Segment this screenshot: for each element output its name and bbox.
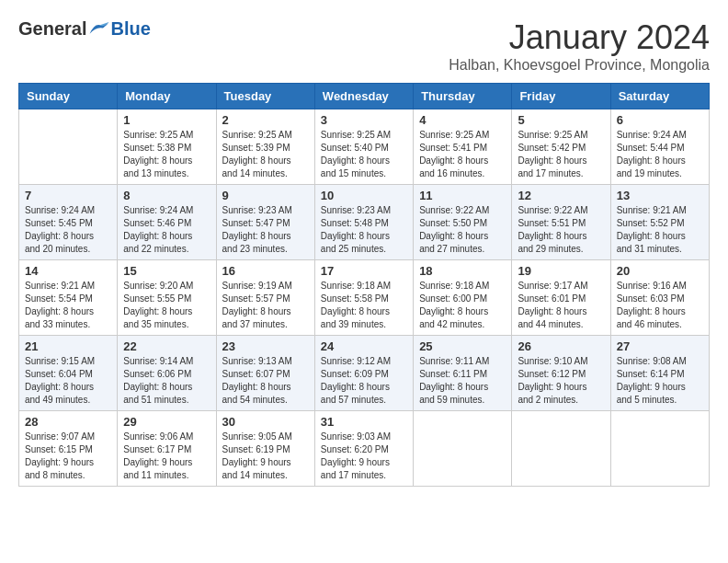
title-section: January 2024 Halban, Khoevsgoel Province… (449, 18, 710, 74)
calendar-cell: 19Sunrise: 9:17 AM Sunset: 6:01 PM Dayli… (512, 260, 610, 336)
calendar-cell: 24Sunrise: 9:12 AM Sunset: 6:09 PM Dayli… (314, 336, 413, 411)
day-number: 26 (518, 339, 604, 353)
day-info: Sunrise: 9:22 AM Sunset: 5:51 PM Dayligh… (518, 204, 604, 256)
day-number: 2 (222, 113, 309, 127)
day-number: 27 (617, 339, 703, 353)
day-info: Sunrise: 9:24 AM Sunset: 5:46 PM Dayligh… (123, 204, 210, 256)
page-header: General Blue January 2024 Halban, Khoevs… (18, 18, 710, 74)
calendar-cell: 4Sunrise: 9:25 AM Sunset: 5:41 PM Daylig… (414, 109, 512, 185)
calendar-week-row: 7Sunrise: 9:24 AM Sunset: 5:45 PM Daylig… (19, 185, 710, 260)
day-info: Sunrise: 9:05 AM Sunset: 6:19 PM Dayligh… (222, 431, 309, 482)
day-info: Sunrise: 9:18 AM Sunset: 5:58 PM Dayligh… (321, 280, 407, 331)
calendar-week-row: 1Sunrise: 9:25 AM Sunset: 5:38 PM Daylig… (19, 109, 710, 185)
calendar-cell: 12Sunrise: 9:22 AM Sunset: 5:51 PM Dayli… (512, 185, 610, 260)
day-number: 25 (419, 339, 506, 353)
day-number: 31 (321, 415, 407, 429)
day-info: Sunrise: 9:12 AM Sunset: 6:09 PM Dayligh… (321, 355, 407, 407)
day-number: 6 (617, 113, 703, 127)
calendar-cell: 20Sunrise: 9:16 AM Sunset: 6:03 PM Dayli… (610, 260, 709, 336)
calendar-table: SundayMondayTuesdayWednesdayThursdayFrid… (18, 83, 710, 487)
calendar-day-header: Thursday (414, 84, 512, 109)
calendar-cell: 31Sunrise: 9:03 AM Sunset: 6:20 PM Dayli… (314, 411, 413, 487)
calendar-day-header: Friday (512, 84, 610, 109)
calendar-cell (610, 411, 709, 487)
day-info: Sunrise: 9:21 AM Sunset: 5:54 PM Dayligh… (25, 280, 111, 331)
calendar-header-row: SundayMondayTuesdayWednesdayThursdayFrid… (19, 84, 710, 109)
day-number: 28 (25, 415, 111, 429)
calendar-cell: 7Sunrise: 9:24 AM Sunset: 5:45 PM Daylig… (19, 185, 118, 260)
day-number: 17 (321, 264, 407, 278)
day-info: Sunrise: 9:10 AM Sunset: 6:12 PM Dayligh… (518, 355, 604, 407)
calendar-cell (512, 411, 610, 487)
day-number: 15 (123, 264, 210, 278)
logo-bird-icon (88, 20, 110, 39)
day-info: Sunrise: 9:20 AM Sunset: 5:55 PM Dayligh… (123, 280, 210, 331)
calendar-cell: 5Sunrise: 9:25 AM Sunset: 5:42 PM Daylig… (512, 109, 610, 185)
calendar-cell: 26Sunrise: 9:10 AM Sunset: 6:12 PM Dayli… (512, 336, 610, 411)
day-info: Sunrise: 9:07 AM Sunset: 6:15 PM Dayligh… (25, 431, 111, 482)
day-info: Sunrise: 9:08 AM Sunset: 6:14 PM Dayligh… (617, 355, 703, 407)
day-info: Sunrise: 9:24 AM Sunset: 5:45 PM Dayligh… (25, 204, 111, 256)
calendar-cell: 23Sunrise: 9:13 AM Sunset: 6:07 PM Dayli… (216, 336, 314, 411)
month-title: January 2024 (449, 18, 710, 57)
day-info: Sunrise: 9:18 AM Sunset: 6:00 PM Dayligh… (419, 280, 506, 331)
day-info: Sunrise: 9:23 AM Sunset: 5:47 PM Dayligh… (222, 204, 309, 256)
day-number: 11 (419, 189, 506, 202)
calendar-cell: 16Sunrise: 9:19 AM Sunset: 5:57 PM Dayli… (216, 260, 314, 336)
day-info: Sunrise: 9:25 AM Sunset: 5:38 PM Dayligh… (123, 129, 210, 180)
calendar-cell: 3Sunrise: 9:25 AM Sunset: 5:40 PM Daylig… (314, 109, 413, 185)
calendar-cell: 25Sunrise: 9:11 AM Sunset: 6:11 PM Dayli… (414, 336, 512, 411)
calendar-cell (19, 109, 118, 185)
calendar-cell: 14Sunrise: 9:21 AM Sunset: 5:54 PM Dayli… (19, 260, 118, 336)
day-info: Sunrise: 9:19 AM Sunset: 5:57 PM Dayligh… (222, 280, 309, 331)
day-number: 5 (518, 113, 604, 127)
calendar-day-header: Saturday (610, 84, 709, 109)
day-info: Sunrise: 9:21 AM Sunset: 5:52 PM Dayligh… (617, 204, 703, 256)
day-number: 1 (123, 113, 210, 127)
calendar-cell: 17Sunrise: 9:18 AM Sunset: 5:58 PM Dayli… (314, 260, 413, 336)
day-number: 29 (123, 415, 210, 429)
calendar-week-row: 28Sunrise: 9:07 AM Sunset: 6:15 PM Dayli… (19, 411, 710, 487)
day-number: 7 (25, 189, 111, 202)
calendar-cell: 1Sunrise: 9:25 AM Sunset: 5:38 PM Daylig… (118, 109, 216, 185)
day-info: Sunrise: 9:25 AM Sunset: 5:41 PM Dayligh… (419, 129, 506, 180)
calendar-cell: 15Sunrise: 9:20 AM Sunset: 5:55 PM Dayli… (118, 260, 216, 336)
day-number: 12 (518, 189, 604, 202)
location-title: Halban, Khoevsgoel Province, Mongolia (449, 57, 710, 74)
day-number: 16 (222, 264, 309, 278)
calendar-cell: 13Sunrise: 9:21 AM Sunset: 5:52 PM Dayli… (610, 185, 709, 260)
calendar-cell: 29Sunrise: 9:06 AM Sunset: 6:17 PM Dayli… (118, 411, 216, 487)
day-info: Sunrise: 9:13 AM Sunset: 6:07 PM Dayligh… (222, 355, 309, 407)
day-number: 10 (321, 189, 407, 202)
day-info: Sunrise: 9:24 AM Sunset: 5:44 PM Dayligh… (617, 129, 703, 180)
day-info: Sunrise: 9:15 AM Sunset: 6:04 PM Dayligh… (25, 355, 111, 407)
logo: General Blue (18, 18, 151, 40)
calendar-cell: 22Sunrise: 9:14 AM Sunset: 6:06 PM Dayli… (118, 336, 216, 411)
calendar-cell (414, 411, 512, 487)
day-info: Sunrise: 9:25 AM Sunset: 5:42 PM Dayligh… (518, 129, 604, 180)
calendar-week-row: 21Sunrise: 9:15 AM Sunset: 6:04 PM Dayli… (19, 336, 710, 411)
day-info: Sunrise: 9:06 AM Sunset: 6:17 PM Dayligh… (123, 431, 210, 482)
day-number: 21 (25, 339, 111, 353)
day-info: Sunrise: 9:22 AM Sunset: 5:50 PM Dayligh… (419, 204, 506, 256)
logo-general-text: General (18, 18, 86, 40)
day-number: 3 (321, 113, 407, 127)
day-info: Sunrise: 9:23 AM Sunset: 5:48 PM Dayligh… (321, 204, 407, 256)
day-number: 24 (321, 339, 407, 353)
calendar-cell: 30Sunrise: 9:05 AM Sunset: 6:19 PM Dayli… (216, 411, 314, 487)
day-info: Sunrise: 9:25 AM Sunset: 5:40 PM Dayligh… (321, 129, 407, 180)
day-number: 8 (123, 189, 210, 202)
day-number: 22 (123, 339, 210, 353)
calendar-week-row: 14Sunrise: 9:21 AM Sunset: 5:54 PM Dayli… (19, 260, 710, 336)
day-number: 30 (222, 415, 309, 429)
logo-blue-text: Blue (110, 18, 150, 40)
calendar-day-header: Sunday (19, 84, 118, 109)
calendar-day-header: Tuesday (216, 84, 314, 109)
calendar-cell: 27Sunrise: 9:08 AM Sunset: 6:14 PM Dayli… (610, 336, 709, 411)
calendar-cell: 8Sunrise: 9:24 AM Sunset: 5:46 PM Daylig… (118, 185, 216, 260)
day-info: Sunrise: 9:03 AM Sunset: 6:20 PM Dayligh… (321, 431, 407, 482)
calendar-cell: 18Sunrise: 9:18 AM Sunset: 6:00 PM Dayli… (414, 260, 512, 336)
calendar-day-header: Wednesday (314, 84, 413, 109)
calendar-cell: 21Sunrise: 9:15 AM Sunset: 6:04 PM Dayli… (19, 336, 118, 411)
day-number: 9 (222, 189, 309, 202)
